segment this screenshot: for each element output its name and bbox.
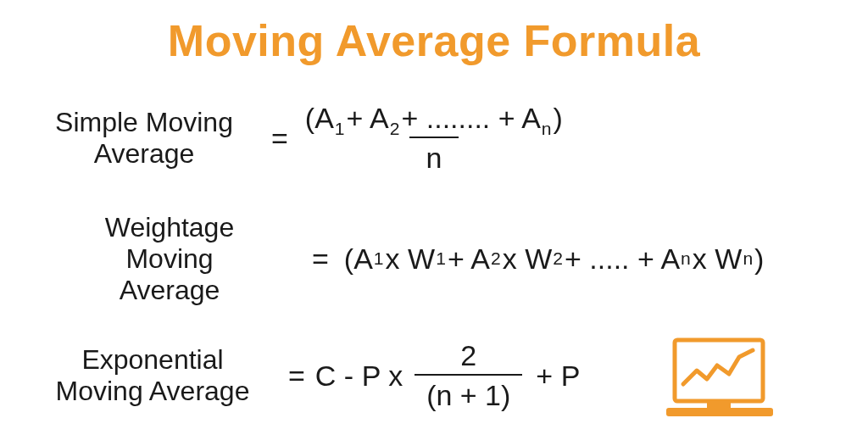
ema-fraction: 2 (n + 1) [415,339,522,412]
formula-sma: Simple Moving Average = (A1+ A2+ .......… [0,102,868,175]
wma-label: Weightage Moving Average [0,212,297,305]
ema-label-line1: Exponential [81,344,223,375]
page-title: Moving Average Formula [0,15,868,66]
wma-label-line3: Average [120,275,220,305]
sma-equals: = [271,122,295,155]
wma-expression: (A1 x W1 + A2 x W2 + ..... + An x Wn) [344,243,765,276]
sma-fraction: (A1+ A2+ ........ + An) n [300,102,568,175]
sma-label-line1: Simple Moving [55,107,233,137]
wma-label-line2: Moving [125,243,213,274]
wma-label-line1: Weightage [105,212,234,243]
page: Moving Average Formula Simple Moving Ave… [0,0,868,446]
sma-label: Simple Moving Average [0,107,271,170]
ema-equals: = [288,360,312,393]
ema-tail: + P [527,360,580,393]
ema-label: Exponential Moving Average [0,344,288,407]
sma-denominator: n [409,137,459,175]
ema-lead: C - P x [312,360,409,393]
wma-equals: = [297,243,344,276]
sma-label-line2: Average [94,138,195,169]
svg-rect-0 [675,340,763,401]
ema-numerator: 2 [455,339,481,374]
sma-numerator: (A1+ A2+ ........ + An) [300,102,568,137]
chart-laptop-icon [665,337,775,425]
svg-rect-2 [707,401,731,410]
ema-expression: C - P x 2 (n + 1) + P [312,339,580,412]
ema-denominator: (n + 1) [415,374,522,412]
formula-wma: Weightage Moving Average = (A1 x W1 + A2… [0,212,868,305]
sma-expression: (A1+ A2+ ........ + An) n [295,102,573,175]
ema-label-line2: Moving Average [56,376,250,406]
